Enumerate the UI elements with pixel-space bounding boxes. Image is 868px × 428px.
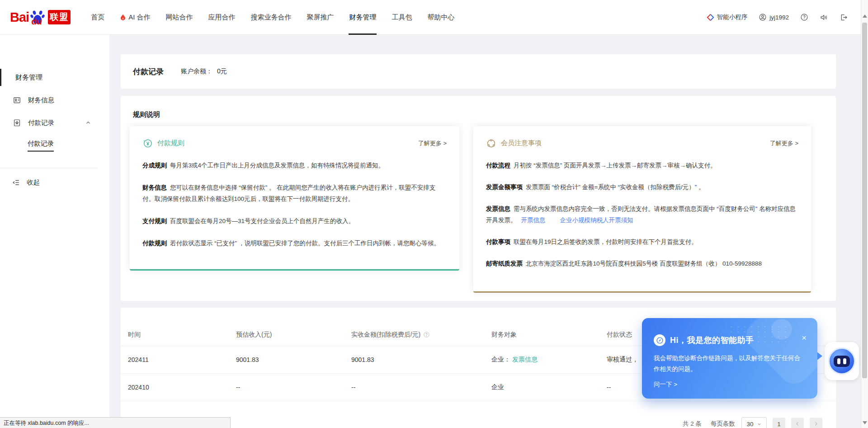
scroll-up-arrow-icon[interactable] (863, 14, 867, 18)
next-page-button[interactable] (810, 418, 822, 428)
payment-rules-title: 付款规则 (157, 139, 184, 147)
id-card-icon (13, 96, 21, 105)
assistant-robot-button[interactable] (825, 342, 859, 380)
top-navbar: Bai du 联盟 首页 AI 合作 网站合作 应用合作 搜索业务合作 聚屏推广… (0, 0, 868, 35)
cell-entity: 企业 (491, 383, 607, 391)
user-icon (759, 13, 767, 21)
question-circle-icon[interactable] (423, 331, 430, 338)
scrollbar-thumb[interactable] (862, 23, 867, 378)
logout-icon[interactable] (840, 13, 848, 22)
page-header-panel: 付款记录 账户余额： 0元 (121, 54, 836, 89)
rules-section-title: 规则说明 (133, 110, 836, 119)
main-nav-menu: 首页 AI 合作 网站合作 应用合作 搜索业务合作 聚屏推广 财务管理 工具包 … (83, 0, 462, 35)
user-account[interactable]: jyj1992 (759, 13, 789, 21)
sidebar-item-payment-records[interactable]: 付款记录 (0, 113, 109, 133)
page-1-button[interactable]: 1 (773, 418, 785, 428)
sound-icon[interactable] (820, 13, 828, 22)
compass-icon (654, 334, 665, 346)
balance-label: 账户余额： (181, 67, 212, 76)
browser-status-bar: 正在等待 xlab.baidu.com 的响应... (0, 417, 231, 428)
rule-item: 发票信息需与系统内发票信息内容完全一致，否则无法支付。请根据发票信息页面中 “百… (486, 203, 798, 226)
cell-time: 202411 (128, 356, 236, 363)
badge-star-icon (13, 119, 21, 127)
cell-time: 202410 (128, 384, 236, 391)
nav-item-home[interactable]: 首页 (83, 0, 112, 35)
sidebar-item-finance-info[interactable]: 财务信息 (0, 90, 109, 110)
nav-item-app[interactable]: 应用合作 (200, 0, 243, 35)
coin-yen-icon (142, 138, 153, 148)
sidebar-group-finance[interactable]: 财务管理 (0, 67, 109, 87)
col-time: 时间 (128, 331, 236, 339)
robot-icon (828, 347, 855, 375)
cell-estimated: -- (236, 384, 351, 391)
cell-estimated: 9001.83 (236, 356, 351, 363)
close-icon[interactable]: × (802, 333, 807, 342)
sidebar-subitem-payment-records[interactable]: 付款记录 (0, 135, 109, 155)
rules-panel: 规则说明 付款规则 了解更多 > 分成规则每月第3或4个工作日产出上月分成信息及… (121, 96, 836, 301)
page-title: 付款记录 (133, 67, 164, 77)
rule-item: 付款事项联盟在每月19日之后签收的发票，付款时间安排在下个月首批支付。 (486, 236, 798, 247)
payment-rules-more-link[interactable]: 了解更多 > (418, 139, 447, 147)
col-received: 实收金额(扣除税费后/元) (351, 331, 491, 339)
rule-item: 发票金额事项发票票面 “价税合计” 金额=系统中 “实收金额（扣除税费后/元）”… (486, 181, 798, 193)
pagination: 共 2 条 每页条数 30 1 (683, 417, 822, 428)
collapse-icon (12, 178, 20, 187)
member-notes-title: 会员注意事项 (501, 139, 542, 147)
sidebar-collapse-button[interactable]: 收起 (0, 172, 109, 192)
cell-entity: 企业： 发票信息 (491, 356, 607, 364)
rule-item: 财务信息您可以在财务信息中选择 “保留付款” 。 在此期间您产生的收入将在账户内… (142, 182, 447, 204)
logo-text-union: 联盟 (48, 10, 71, 24)
rule-item: 邮寄纸质发票北京市海淀区西北旺东路10号院百度科技园5号楼 百度联盟财务组（收）… (486, 258, 798, 269)
scroll-down-arrow-icon[interactable] (863, 421, 867, 424)
baidu-union-logo[interactable]: Bai du 联盟 (10, 9, 71, 25)
miniprogram-diamond-icon (707, 14, 714, 21)
navbar-right-tools: 智能小程序 jyj1992 (707, 13, 848, 22)
per-page-select[interactable]: 30 (741, 417, 767, 428)
member-notes-card: 会员注意事项 了解更多 > 付款流程月初按 “发票信息” 页面开具发票→上传发票… (473, 126, 811, 293)
miniprogram-entry[interactable]: 智能小程序 (707, 13, 748, 21)
small-taxpayer-notice-link[interactable]: 企业小规模纳税人开票须知 (560, 217, 633, 224)
col-estimated: 预估收入(元) (236, 331, 351, 339)
total-count: 共 2 条 (683, 420, 702, 428)
invoice-info-link[interactable]: 开票信息 (521, 217, 546, 224)
col-entity: 财务对象 (491, 331, 607, 339)
nav-item-search[interactable]: 搜索业务合作 (243, 0, 299, 35)
member-notes-more-link[interactable]: 了解更多 > (770, 139, 798, 147)
vertical-scrollbar[interactable] (861, 0, 868, 428)
invoice-info-table-link[interactable]: 发票信息 (512, 356, 538, 364)
cell-received: 9001.83 (351, 356, 491, 363)
payment-rules-card: 付款规则 了解更多 > 分成规则每月第3或4个工作日产出上月分成信息及发票信息，… (130, 126, 459, 271)
rule-item: 付款规则若付款状态显示 “已支付” ，说明联盟已安排了您的付款。支付后三个工作日… (142, 238, 447, 249)
paw-icon: du (30, 9, 45, 25)
nav-item-finance[interactable]: 财务管理 (341, 0, 384, 35)
flame-icon (120, 14, 126, 21)
nav-item-help-center[interactable]: 帮助中心 (420, 0, 462, 35)
logo-text-du: du (31, 17, 42, 27)
sidebar-divider (0, 168, 98, 168)
nav-item-toolkit[interactable]: 工具包 (384, 0, 420, 35)
logo-text-bai: Bai (10, 10, 29, 25)
assistant-message: 我会帮助您诊断合作链路问题，以及解答您关于任何合作相关的问题。 (654, 353, 806, 375)
rule-cards: 付款规则 了解更多 > 分成规则每月第3或4个工作日产出上月分成信息及发票信息，… (130, 126, 824, 293)
nav-item-screen[interactable]: 聚屏推广 (299, 0, 341, 35)
rule-item: 支付规则百度联盟会在每月20号—31号支付企业会员上个自然月产生的收入。 (142, 215, 447, 227)
rule-item: 付款流程月初按 “发票信息” 页面开具发票→上传发票→邮寄发票→审核→确认支付。 (486, 160, 798, 171)
assistant-title: Hi，我是您的智能助手 (670, 335, 754, 346)
assistant-popup: Hi，我是您的智能助手 × 我会帮助您诊断合作链路问题，以及解答您关于任何合作相… (642, 318, 817, 399)
cell-received: -- (351, 384, 491, 391)
left-sidebar: 财务管理 财务信息 付款记录 付款记录 (0, 35, 109, 428)
nav-item-ai[interactable]: AI 合作 (112, 0, 158, 35)
ask-now-link[interactable]: 问一下 > (654, 380, 806, 389)
nav-item-website[interactable]: 网站合作 (158, 0, 200, 35)
chevron-up-icon[interactable] (85, 119, 91, 126)
help-icon[interactable] (800, 13, 808, 21)
balance-value: 0元 (217, 67, 227, 76)
people-circle-icon (486, 138, 496, 148)
per-page-label: 每页条数 (711, 420, 735, 428)
prev-page-button[interactable] (791, 418, 804, 428)
rule-item: 分成规则每月第3或4个工作日产出上月分成信息及发票信息，如有特殊情况将提前通知。 (142, 160, 447, 171)
